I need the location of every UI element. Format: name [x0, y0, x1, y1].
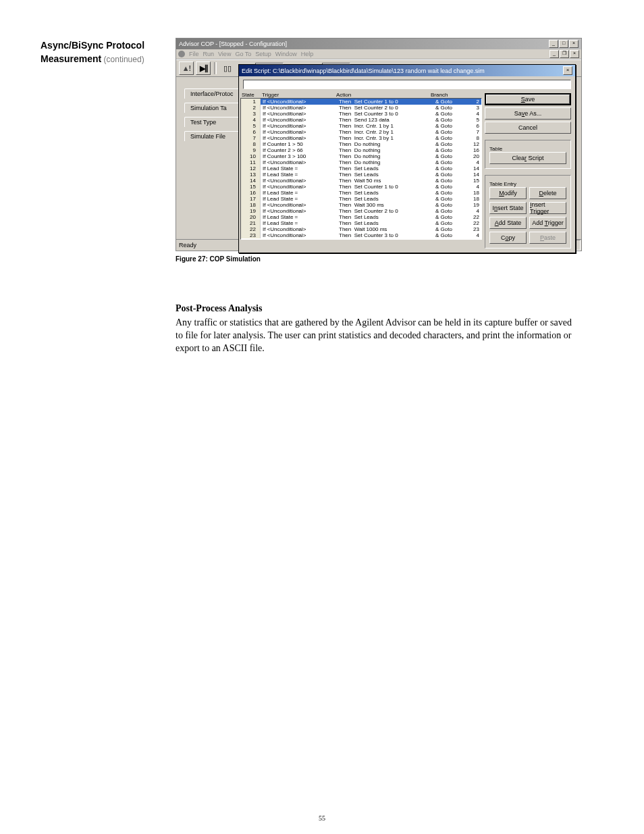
minimize-button[interactable]: _ — [549, 40, 558, 48]
mdi-minimize-button[interactable]: _ — [549, 50, 559, 58]
subsection-heading: Post-Process Analysis — [176, 303, 581, 314]
menu-view[interactable]: View — [218, 51, 231, 57]
col-branch: Branch — [431, 92, 478, 98]
app-titlebar: Advisor COP - [Stopped - Configuration] … — [176, 38, 581, 49]
insert-trigger-button[interactable]: Insert Trigger — [529, 202, 566, 214]
app-system-icon[interactable] — [178, 51, 185, 57]
maximize-button[interactable]: □ — [559, 40, 568, 48]
col-state: State — [242, 92, 262, 98]
table-row[interactable]: 20If Lead State =Then Set Leads& Goto22 — [241, 214, 481, 220]
tab-test-type[interactable]: Test Type — [184, 117, 240, 127]
menu-file[interactable]: File — [189, 51, 199, 57]
table-row[interactable]: 4If <Unconditional>Then Send 123 data& G… — [241, 117, 481, 123]
table-row[interactable]: 1If <Unconditional>Then Set Counter 1 to… — [241, 99, 481, 105]
toolbar-page-prev-button[interactable]: ▯▯ — [220, 61, 235, 75]
table-entry-group-label: Table Entry — [489, 181, 516, 187]
edit-script-dialog: Edit Script: C:\Blackbird\winapp\Blackbi… — [238, 64, 576, 253]
add-trigger-button[interactable]: Add Trigger — [529, 217, 566, 229]
menu-window[interactable]: Window — [275, 51, 297, 57]
table-row[interactable]: 2If <Unconditional>Then Set Counter 2 to… — [241, 105, 481, 111]
dialog-title: Edit Script: C:\Blackbird\winapp\Blackbi… — [242, 68, 485, 74]
table-group-label: Table — [489, 146, 502, 152]
table-row[interactable]: 5If <Unconditional>Then Incr. Cntr. 1 by… — [241, 123, 481, 129]
script-listbox[interactable]: 1If <Unconditional>Then Set Counter 1 to… — [240, 98, 482, 240]
mdi-restore-button[interactable]: ❐ — [560, 50, 569, 58]
paste-button[interactable]: Paste — [529, 232, 566, 244]
save-button[interactable]: Save — [485, 93, 571, 105]
cancel-button[interactable]: Cancel — [485, 122, 571, 134]
script-path-input[interactable] — [243, 80, 571, 89]
toolbar-separator — [214, 62, 217, 74]
table-row[interactable]: 3If <Unconditional>Then Set Counter 3 to… — [241, 111, 481, 117]
table-row[interactable]: 23If <Unconditional>Then Set Counter 3 t… — [241, 232, 481, 238]
table-row[interactable]: 14If <Unconditional>Then Wait 50 ms& Got… — [241, 178, 481, 184]
table-row[interactable]: 18If <Unconditional>Then Wait 300 ms& Go… — [241, 202, 481, 208]
table-row[interactable]: 17If Lead State =Then Set Leads& Goto18 — [241, 196, 481, 202]
insert-state-button[interactable]: Insert State — [489, 202, 527, 214]
table-group: Table Clear Script — [485, 140, 571, 169]
table-row[interactable]: 19If <Unconditional>Then Set Counter 2 t… — [241, 208, 481, 214]
app-title: Advisor COP - [Stopped - Configuration] — [179, 41, 287, 47]
col-trigger: Trigger — [262, 92, 336, 98]
script-list-header: State Trigger Action Branch — [240, 92, 482, 98]
table-row[interactable]: 7If <Unconditional>Then Incr. Cntr. 3 by… — [241, 135, 481, 141]
table-row[interactable]: 21If Lead State =Then Set Leads& Goto22 — [241, 220, 481, 226]
table-row[interactable]: 12If Lead State =Then Set Leads& Goto14 — [241, 165, 481, 172]
table-row[interactable]: 8If Counter 1 > 50Then Do nothing& Goto1… — [241, 141, 481, 147]
tab-simulation-table[interactable]: Simulation Ta — [184, 103, 240, 113]
tab-interface-protocol[interactable]: Interface/Protoc — [184, 88, 240, 99]
config-tabs: Interface/Protoc Simulation Ta Test Type… — [184, 88, 240, 141]
toolbar-play-button[interactable]: ▶ǁ — [196, 61, 211, 75]
figure-caption: Figure 27: COP Simulation — [176, 255, 581, 263]
table-row[interactable]: 6If <Unconditional>Then Incr. Cntr. 2 by… — [241, 129, 481, 135]
dialog-close-button[interactable]: × — [563, 66, 572, 75]
copy-button[interactable]: Copy — [489, 232, 527, 244]
toolbar-start-button[interactable]: ▲! — [179, 61, 194, 75]
clear-script-button[interactable]: Clear Script — [489, 152, 566, 164]
table-row[interactable]: 13If Lead State =Then Set Leads& Goto14 — [241, 172, 481, 178]
table-row[interactable]: 22If <Unconditional>Then Wait 1000 ms& G… — [241, 226, 481, 232]
app-menubar: File Run View Go To Setup Window Help _ … — [176, 49, 581, 59]
delete-button[interactable]: Delete — [529, 187, 566, 199]
section-continued: (continued) — [101, 55, 144, 64]
save-as-button[interactable]: Save As... — [485, 107, 571, 120]
table-row[interactable]: 15If <Unconditional>Then Set Counter 1 t… — [241, 184, 481, 190]
menu-setup[interactable]: Setup — [255, 51, 271, 57]
table-entry-group: Table Entry Modify Delete Insert State I… — [485, 175, 571, 249]
close-button[interactable]: × — [569, 40, 579, 48]
add-state-button[interactable]: Add State — [489, 217, 527, 229]
mdi-close-button[interactable]: × — [570, 50, 579, 58]
menu-help[interactable]: Help — [301, 51, 314, 57]
menu-run[interactable]: Run — [203, 51, 215, 57]
table-row[interactable]: 11If <Unconditional>Then Do nothing& Got… — [241, 159, 481, 165]
table-row[interactable]: 10If Counter 3 > 100Then Do nothing& Got… — [241, 153, 481, 159]
col-action: Action — [336, 92, 431, 98]
section-title-line2: Measurement — [41, 53, 101, 64]
body-paragraph: Any traffic or statistics that are gathe… — [176, 317, 581, 355]
table-row[interactable]: 16If Lead State =Then Set Leads& Goto18 — [241, 190, 481, 196]
modify-button[interactable]: Modify — [489, 187, 527, 199]
app-screenshot: Advisor COP - [Stopped - Configuration] … — [176, 38, 582, 251]
menu-goto[interactable]: Go To — [235, 51, 251, 57]
tab-simulate-file[interactable]: Simulate File — [184, 131, 240, 141]
section-title-line1: Async/BiSync Protocol — [41, 39, 165, 51]
page-number: 55 — [0, 814, 644, 822]
table-row[interactable]: 9If Counter 2 > 66Then Do nothing& Goto1… — [241, 147, 481, 153]
